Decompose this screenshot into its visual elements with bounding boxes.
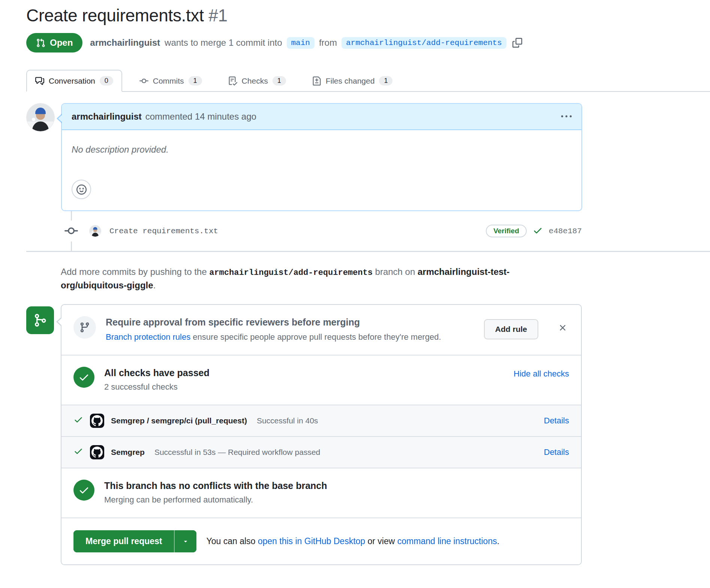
rule-texts: Require approval from specific reviewers…	[106, 316, 474, 342]
mergeability-title: This branch has no conflicts with the ba…	[104, 480, 569, 491]
mergeability-subtitle: Merging can be performed automatically.	[104, 495, 569, 505]
check-success-icon	[73, 446, 83, 458]
checks-summary-texts: All checks have passed 2 successful chec…	[104, 367, 504, 392]
check-status: Successful in 53s — Required workflow pa…	[154, 448, 320, 457]
pr-author-link[interactable]: armchairlinguist	[90, 38, 160, 48]
add-reaction-button[interactable]	[72, 180, 91, 199]
alt-end-text: .	[497, 536, 499, 546]
dismiss-rule-button[interactable]	[558, 323, 568, 333]
branch-rule-section: Require approval from specific reviewers…	[61, 305, 581, 355]
comment-placeholder-text: No description provided.	[72, 144, 169, 154]
tab-label: Conversation	[49, 76, 95, 86]
comment-box: armchairlinguist commented 14 minutes ag…	[61, 103, 582, 211]
merge-options-dropdown[interactable]	[174, 530, 196, 552]
merge-alternatives-text: You can also open this in GitHub Desktop…	[206, 536, 499, 546]
pr-action-text: wants to merge 1 commit into	[165, 38, 282, 48]
checklist-icon	[228, 76, 237, 86]
pr-number: #1	[208, 6, 228, 25]
verified-badge[interactable]: Verified	[486, 225, 527, 237]
pr-status-text: armchairlinguist wants to merge 1 commit…	[90, 37, 522, 49]
alt-mid-text: or view	[368, 536, 395, 546]
check-row-semgrep: Semgrep Successful in 53s — Required wor…	[61, 436, 581, 468]
tab-counter: 1	[379, 76, 392, 86]
merge-box: Require approval from specific reviewers…	[61, 304, 582, 565]
smiley-icon	[76, 184, 87, 195]
check-details-link[interactable]: Details	[544, 416, 569, 426]
check-name: Semgrep / semgrep/ci (pull_request)	[111, 416, 247, 425]
comment-menu-button[interactable]	[561, 111, 572, 122]
rule-subtitle: Branch protection rules ensure specific …	[106, 332, 474, 342]
author-avatar[interactable]	[26, 103, 55, 132]
tab-checks[interactable]: Checks 1	[219, 70, 295, 92]
github-octocat-icon	[90, 414, 104, 428]
comment-author-link[interactable]: armchairlinguist	[72, 111, 142, 122]
alt-pre-text: You can also	[206, 536, 255, 546]
merge-pull-request-button[interactable]: Merge pull request	[73, 530, 174, 552]
tab-commits[interactable]: Commits 1	[130, 70, 211, 92]
tab-counter: 1	[273, 76, 286, 86]
check-status: Successful in 40s	[257, 416, 318, 425]
comment-discussion-icon	[35, 76, 44, 86]
tab-label: Checks	[242, 76, 268, 86]
push-note-branch: armchairlinguist/add-requirements	[209, 268, 373, 278]
comment-header: armchairlinguist commented 14 minutes ag…	[62, 104, 581, 130]
file-diff-icon	[312, 76, 321, 86]
git-branch-status-icon	[26, 306, 54, 334]
close-icon	[558, 323, 568, 333]
tab-label: Commits	[153, 76, 184, 86]
copy-icon	[512, 38, 522, 48]
mergeability-section: This branch has no conflicts with the ba…	[61, 468, 581, 518]
tab-counter: 1	[189, 76, 202, 86]
check-name: Semgrep	[111, 448, 145, 457]
tab-label: Files changed	[326, 76, 375, 86]
merge-status-area: Require approval from specific reviewers…	[26, 304, 710, 565]
commit-meta: Verified e48e187	[486, 225, 582, 237]
commit-sha-link[interactable]: e48e187	[549, 227, 582, 236]
no-conflicts-icon	[73, 480, 94, 501]
comment-meta: commented 14 minutes ago	[145, 111, 256, 122]
timeline-divider	[26, 251, 710, 252]
head-branch-label[interactable]: armchairlinguist/add-requirements	[342, 37, 506, 49]
add-rule-button[interactable]: Add rule	[484, 319, 538, 339]
pr-state-label: Open	[50, 38, 73, 48]
github-desktop-link[interactable]: open this in GitHub Desktop	[258, 536, 365, 546]
push-note: Add more commits by pushing to the armch…	[61, 266, 571, 292]
avatar-image	[27, 104, 54, 131]
check-details-link[interactable]: Details	[544, 447, 569, 457]
pr-description-comment: armchairlinguist commented 14 minutes ag…	[26, 103, 710, 211]
triangle-down-icon	[182, 538, 189, 544]
commit-message-link[interactable]: Create requirements.txt	[109, 227, 218, 236]
checks-subtitle: 2 successful checks	[104, 382, 504, 392]
kebab-horizontal-icon	[561, 111, 572, 122]
pr-tabs: Conversation 0 Commits 1 Checks 1 Files …	[26, 70, 710, 92]
avatar-image	[90, 225, 101, 237]
comment-body: No description provided.	[62, 130, 581, 210]
check-row-semgrep-ci: Semgrep / semgrep/ci (pull_request) Succ…	[61, 405, 581, 436]
from-text: from	[319, 38, 337, 48]
push-note-pre: Add more commits by pushing to the	[61, 267, 207, 277]
copy-branch-button[interactable]	[512, 38, 522, 48]
commit-timeline: Create requirements.txt Verified e48e187	[26, 211, 582, 251]
base-branch-label[interactable]: main	[287, 37, 315, 49]
merge-gutter	[26, 304, 61, 334]
commit-author-avatar[interactable]	[89, 225, 101, 237]
push-note-end: .	[153, 280, 156, 290]
merge-actions-section: Merge pull request You can also open thi…	[61, 518, 581, 564]
branch-protection-rules-link[interactable]: Branch protection rules	[106, 332, 190, 342]
pr-status-row: Open armchairlinguist wants to merge 1 c…	[26, 33, 710, 52]
checks-title: All checks have passed	[104, 367, 504, 378]
check-success-icon	[73, 415, 83, 426]
command-line-instructions-link[interactable]: command line instructions	[397, 536, 497, 546]
tab-files-changed[interactable]: Files changed 1	[303, 70, 402, 92]
tab-conversation[interactable]: Conversation 0	[26, 70, 122, 92]
checks-passed-icon	[73, 367, 94, 388]
pr-state-badge: Open	[26, 33, 82, 52]
github-octocat-icon	[90, 445, 104, 459]
tab-counter: 0	[100, 76, 113, 86]
hide-all-checks-link[interactable]: Hide all checks	[514, 369, 569, 379]
git-pull-request-icon	[36, 38, 45, 48]
page-title: Create requirements.txt #1	[26, 5, 710, 26]
pr-title-text: Create requirements.txt	[26, 6, 204, 25]
commit-check-icon	[533, 225, 543, 237]
git-commit-icon	[139, 76, 148, 86]
